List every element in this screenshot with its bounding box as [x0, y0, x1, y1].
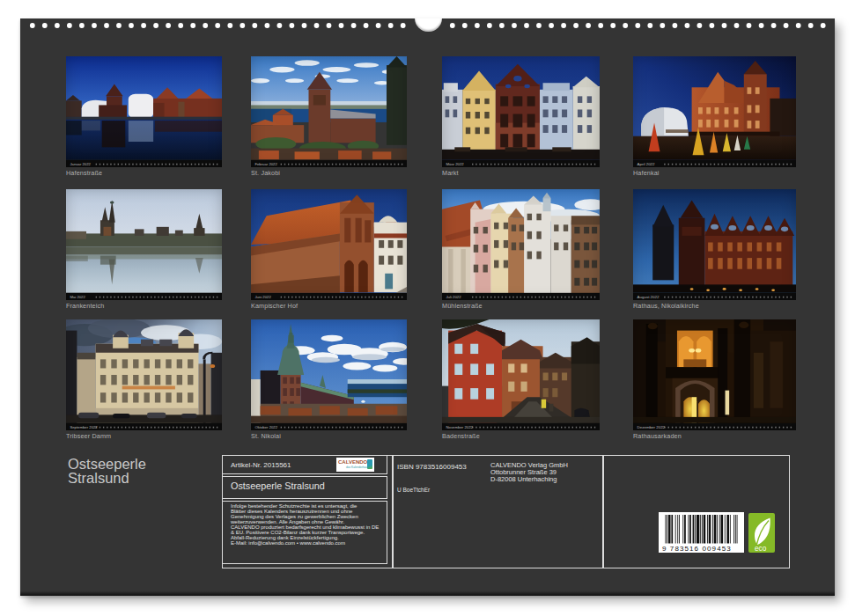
svg-text:März 2022: März 2022: [446, 164, 463, 166]
svg-text:November 2022: November 2022: [446, 427, 472, 429]
svg-text:April 2022: April 2022: [638, 164, 655, 166]
svg-text:September 2022: September 2022: [70, 427, 97, 429]
svg-text:August 2022: August 2022: [638, 297, 660, 299]
svg-text:Mai 2022: Mai 2022: [70, 297, 85, 299]
svg-text:Dezember 2022: Dezember 2022: [638, 427, 665, 429]
svg-text:Juni 2022: Juni 2022: [254, 297, 270, 299]
svg-text:eco: eco: [755, 545, 767, 553]
svg-text:Juli 2022: Juli 2022: [446, 297, 461, 299]
svg-text:Februar 2022: Februar 2022: [254, 164, 276, 166]
svg-text:Januar 2022: Januar 2022: [70, 164, 91, 166]
svg-text:Oktober 2022: Oktober 2022: [254, 427, 277, 429]
svg-text:9 783516 009453: 9 783516 009453: [662, 545, 732, 553]
